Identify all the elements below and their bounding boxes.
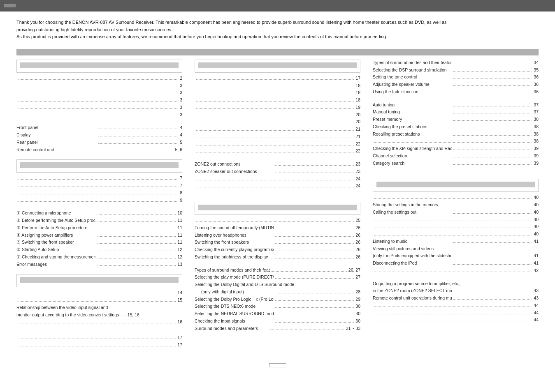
toc-section-2-1: 17 18 18 18 19 20 20 — [195, 60, 360, 155]
entry-1-3d: 3 — [16, 104, 182, 111]
c2-entry-22b: 22 — [195, 148, 360, 154]
section-box-2-3 — [195, 202, 360, 215]
entry-fader: Using the fader function 36 — [373, 89, 539, 95]
entry-microphone: ① Connecting a microphone 10 — [16, 210, 182, 217]
entry-16: 16 — [16, 319, 182, 325]
toc-section-3-3: 40 Storing the settings in the memory 40… — [373, 179, 539, 274]
entry-preset-mem: Preset memory 38 — [373, 116, 539, 123]
entry-relationship: Relationship between the video input sig… — [16, 304, 182, 311]
entry-muting: Turning the sound off temporarily (MUTIN… — [195, 225, 360, 231]
c3-entry-42: 42 — [373, 267, 539, 274]
toc-section-1-bottom: 17 17 — [16, 334, 182, 349]
entry-1-2: 2 — [16, 75, 182, 82]
section-box-2-1 — [195, 60, 360, 73]
entry-7b: 7 — [16, 182, 182, 189]
entry-relationship2: monitor output according to the video co… — [16, 312, 182, 318]
c3-entry-44b: 44 — [373, 310, 539, 316]
entry-channel-sel: Channel selection 39 — [373, 153, 539, 159]
entry-disconnecting-ipod: Disconnecting the iPod 41 — [373, 260, 539, 267]
toc-section-1-4: ① Connecting a microphone 10 ② Before pe… — [16, 210, 182, 268]
entry-15: 15 — [16, 297, 182, 304]
entry-front-speaker: ⑤ Switching the front speaker 11 — [16, 239, 182, 246]
entry-front-panel: Front panel 4 — [16, 125, 182, 131]
bottom-nav-box — [269, 363, 286, 367]
c2-entry-17: 17 — [195, 75, 360, 82]
c2-entry-18b: 18 — [195, 90, 360, 96]
entry-brightness: Switching the brightness of the display … — [195, 254, 360, 261]
entry-manual-tuning: Manual tuning 37 — [373, 109, 539, 115]
intro-line3: As this product is provided with an imme… — [16, 34, 387, 39]
c3-entry-40a: 40 — [373, 194, 539, 201]
main-section-bar — [16, 49, 539, 55]
entry-dolby-pro-logic: Selecting the Dolby Pro Logic x (Pro Log… — [195, 296, 360, 303]
c2-entry-20a: 20 — [195, 112, 360, 118]
entry-checking-source: Checking the currently playing program s… — [195, 247, 360, 253]
entry-outputting: Outputting a program source to amplifier… — [373, 281, 539, 287]
c2-entry-24b: 24 — [195, 183, 360, 189]
entry-neural-surround: Selecting the NEURAL SURROUND mode 30 — [195, 311, 360, 317]
entry-auto-tuning: Auto tuning 37 — [373, 102, 539, 108]
c3-entry-44a: 44 — [373, 302, 539, 309]
entry-xm-signal: Checking the XM signal strength and Radi… — [373, 145, 539, 152]
entry-9: 9 — [16, 197, 182, 204]
entry-remote-control: Remote control unit 5, 6 — [16, 147, 182, 153]
entry-play-mode: Selecting the play mode (PURE DIRECT/DIR… — [195, 274, 360, 281]
c2-entry-19: 19 — [195, 104, 360, 111]
entry-check-preset: Checking the preset stations 38 — [373, 124, 539, 130]
entry-17b: 17 — [16, 342, 182, 348]
entry-display: Display 4 — [16, 132, 182, 138]
entry-power-amp: ④ Assigning power amplifiers 11 — [16, 232, 182, 239]
entry-viewing-pictures: Viewing still pictures and videos — [373, 246, 539, 252]
entry-rear-panel: Rear panel 5 — [16, 139, 182, 146]
c3-entry-40d: 40 — [373, 231, 539, 238]
entry-starting-auto: ⑥ Starting Auto Setup 12 — [16, 247, 182, 253]
intro-line2: providing outstanding high fidelity repr… — [16, 27, 172, 32]
entry-digital-input: (only with digital input) 28 — [195, 289, 360, 295]
entry-dsp-sim: Selecting the DSP surround simulation 35 — [373, 67, 539, 74]
entry-storing-settings: Storing the settings in the memory 40 — [373, 202, 539, 208]
entry-checking-storing: ⑦ Checking and storing the measurement r… — [16, 254, 182, 261]
toc-section-2-4: Types of surround modes and their featur… — [195, 267, 360, 333]
section-box-3 — [16, 159, 182, 173]
entry-ipod-slideshow: (only for iPods equipped with the slides… — [373, 253, 539, 259]
c2-entry-24a: 24 — [195, 176, 360, 182]
entry-input-signals: Checking the input signals 30 — [195, 318, 360, 325]
section-box-1 — [16, 60, 182, 73]
toc-column-3: Types of surround modes and their featur… — [373, 60, 539, 355]
entry-speaker-vol: Adjusting the speaker volume 36 — [373, 81, 539, 88]
entry-surround-types-3: Types of surround modes and their featur… — [373, 60, 539, 66]
entry-error-messages: Error messages 13 — [16, 261, 182, 268]
toc-section-1-3: 7 7 8 9 — [16, 159, 182, 204]
entry-remote-zone2: Remote control unit operations during mu… — [373, 295, 539, 302]
entry-1-3b: 3 — [16, 90, 182, 96]
entry-tone-control: Setting the tone control 36 — [373, 74, 539, 81]
intro-paragraph: Thank you for choosing the DENON AVR-887… — [16, 19, 539, 41]
entry-14: 14 — [16, 290, 182, 296]
top-bar — [0, 0, 555, 12]
entry-1-3: 3 — [16, 83, 182, 89]
entry-zone2-mode: in the ZONE2 room (ZONE2 SELECT mode) 43 — [373, 288, 539, 294]
entry-zone2-speaker: ZONE2 speaker out connections 23 — [195, 168, 360, 175]
toc-section-2-2: ZONE2 out connections 23 ZONE2 speaker o… — [195, 161, 360, 190]
c2-entry-18c: 18 — [195, 97, 360, 104]
c2-entry-25: 25 — [195, 217, 360, 224]
toc-section-2-3: 25 Turning the sound off temporarily (MU… — [195, 202, 360, 261]
toc-section-3-1: Types of surround modes and their featur… — [373, 60, 539, 96]
entry-17a: 17 — [16, 334, 182, 341]
toc-column-2: 17 18 18 18 19 20 20 — [195, 60, 360, 355]
entry-switch-speakers: Switching the front speakers 26 — [195, 239, 360, 246]
entry-dolby-dts: Selecting the Dolby Digital and DTS Surr… — [195, 281, 360, 288]
c2-entry-18a: 18 — [195, 83, 360, 89]
entry-surround-params: Surround modes and parameters 31 ~ 33 — [195, 325, 360, 332]
section-box-5 — [16, 274, 182, 287]
entry-dts-neo: Selecting the DTS NEO:6 mode 30 — [195, 303, 360, 310]
c2-entry-22a: 22 — [195, 141, 360, 148]
section-box-3-3 — [373, 179, 539, 192]
top-bar-tab — [4, 4, 16, 7]
entry-category-search: Category search 39 — [373, 160, 539, 167]
toc-column-1: 2 3 3 3 3 3 Front — [16, 60, 182, 355]
entry-headphones: Listening over headphones 26 — [195, 232, 360, 239]
entry-8: 8 — [16, 190, 182, 196]
entry-7a: 7 — [16, 175, 182, 182]
c2-entry-20b: 20 — [195, 119, 360, 125]
